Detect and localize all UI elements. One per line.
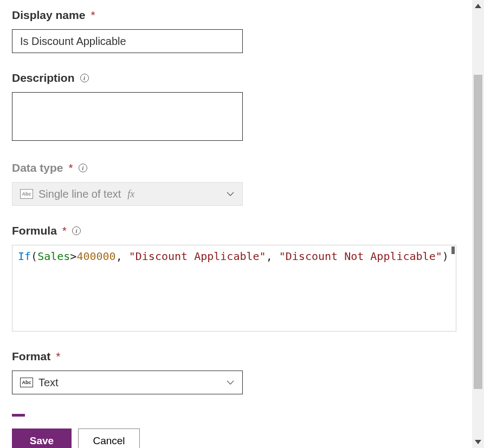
- data-type-value: Single line of text: [38, 188, 121, 200]
- format-label: Format *: [12, 350, 454, 363]
- save-button[interactable]: Save: [12, 428, 72, 448]
- required-asterisk: *: [69, 161, 73, 174]
- scrollbar-track[interactable]: [472, 12, 484, 436]
- formula-token-num: 400000: [76, 250, 115, 263]
- format-group: Format * Abc Text: [12, 350, 454, 394]
- formula-token-str: "Discount Not Applicable": [279, 250, 442, 263]
- vertical-scrollbar[interactable]: [472, 0, 484, 448]
- scrollbar-thumb[interactable]: [474, 75, 482, 389]
- description-label: Description i: [12, 72, 454, 85]
- chevron-down-icon: [226, 378, 235, 387]
- format-select[interactable]: Abc Text: [12, 371, 243, 394]
- display-name-label-text: Display name: [12, 9, 85, 22]
- required-asterisk: *: [62, 224, 67, 237]
- formula-token: (: [31, 250, 37, 263]
- chevron-down-icon: [226, 190, 235, 198]
- fx-icon: fx: [127, 189, 134, 200]
- info-icon[interactable]: i: [80, 74, 89, 82]
- abc-icon: Abc: [20, 378, 33, 387]
- data-type-select: Abc Single line of text fx: [12, 182, 243, 206]
- formula-token-field: Sales: [37, 250, 70, 263]
- info-icon[interactable]: i: [79, 164, 87, 172]
- abc-icon: Abc: [20, 189, 33, 199]
- formula-token: >: [70, 250, 76, 263]
- data-type-group: Data type * i Abc Single line of text fx: [12, 161, 454, 206]
- display-name-label: Display name *: [12, 9, 454, 22]
- display-name-group: Display name *: [12, 9, 454, 53]
- description-label-text: Description: [12, 72, 75, 85]
- triangle-up-icon: [475, 4, 481, 8]
- formula-label: Formula * i: [12, 224, 454, 237]
- button-row: Save Cancel: [12, 428, 454, 448]
- formula-token: ): [442, 250, 449, 263]
- formula-editor[interactable]: If(Sales>400000, "Discount Applicable", …: [12, 245, 456, 332]
- formula-token-str: "Discount Applicable": [129, 250, 266, 263]
- formula-token: ,: [266, 250, 279, 263]
- required-asterisk: *: [56, 350, 60, 363]
- description-input[interactable]: [12, 92, 243, 141]
- cancel-button[interactable]: Cancel: [78, 428, 140, 448]
- formula-token: ,: [116, 250, 129, 263]
- display-name-input[interactable]: [12, 29, 243, 53]
- data-type-label-text: Data type: [12, 161, 63, 174]
- info-icon[interactable]: i: [72, 226, 81, 235]
- description-group: Description i: [12, 72, 454, 143]
- scroll-up-button[interactable]: [472, 0, 484, 12]
- data-type-label: Data type * i: [12, 161, 454, 174]
- formula-group: Formula * i If(Sales>400000, "Discount A…: [12, 224, 454, 332]
- triangle-down-icon: [475, 440, 481, 444]
- required-asterisk: *: [91, 9, 95, 22]
- format-value: Text: [38, 376, 59, 389]
- formula-token-fn: If: [18, 250, 31, 263]
- format-label-text: Format: [12, 350, 50, 363]
- advanced-section-indicator: [12, 414, 25, 417]
- editor-scroll-indicator: [451, 246, 455, 254]
- formula-label-text: Formula: [12, 224, 57, 237]
- scroll-down-button[interactable]: [472, 436, 484, 448]
